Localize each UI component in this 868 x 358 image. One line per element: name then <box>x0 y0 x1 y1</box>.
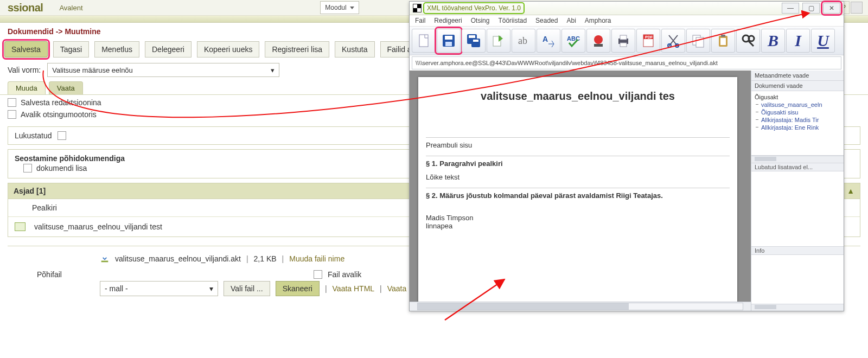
paste-icon[interactable] <box>711 29 735 53</box>
svg-rect-26 <box>720 38 726 45</box>
form-type-value: Valitsuse määruse eelnõu <box>52 66 133 74</box>
copy-new-button[interactable]: Kopeeri uueks <box>197 41 260 57</box>
save-as-redaction-label: Salvesta redaktsioonina <box>21 98 101 107</box>
doc-horizontal-scrollbar[interactable] <box>410 302 751 311</box>
form-type-select[interactable]: Valitsuse määruse eelnõu ▾ <box>47 63 279 77</box>
validate-icon[interactable] <box>586 29 610 53</box>
text-format-icon[interactable]: A <box>537 29 560 53</box>
tree-h-scroll[interactable] <box>751 156 844 163</box>
vexpro-titlebar[interactable]: XML töövahend VexPro. Ver. 1.0 — ▢ ✕ <box>410 2 844 15</box>
cut-icon[interactable] <box>661 29 685 53</box>
svg-rect-3 <box>445 36 452 40</box>
tree-node[interactable]: Õigusakti sisu <box>755 108 843 116</box>
vexpro-toolbar: ab A ABC PDF B I U <box>410 27 844 55</box>
file-public-label: Fail avalik <box>328 270 361 279</box>
public-search-label: Avalik otsingumootoris <box>21 110 97 119</box>
scan-button[interactable]: Skaneeri <box>276 281 320 296</box>
svg-rect-24 <box>696 37 704 47</box>
doc-addon-checkbox[interactable] <box>23 164 32 172</box>
copy-icon[interactable] <box>686 29 710 53</box>
rename-file-link[interactable]: Muuda faili nime <box>289 254 344 263</box>
vexpro-window: XML töövahend VexPro. Ver. 1.0 — ▢ ✕ Fai… <box>409 1 844 311</box>
svg-rect-27 <box>721 35 725 37</box>
module-select-label: Moodul <box>325 4 346 11</box>
svg-rect-6 <box>469 35 475 38</box>
main-file-name[interactable]: valitsuse_maarus_eelnou_viljandi.akt <box>115 254 241 263</box>
delegate-button[interactable]: Delegeeri <box>145 41 192 57</box>
locked-label: Lukustatud <box>15 131 52 140</box>
tab-muuda[interactable]: Muuda <box>8 81 46 94</box>
form-type-label: Vali vorm: <box>8 66 41 74</box>
back-button[interactable]: Tagasi <box>53 41 89 57</box>
side-allowed-header[interactable]: Lubatud lisatavad el... <box>751 163 844 171</box>
tree-node[interactable]: Allkirjastaja: Madis Tir <box>755 116 843 124</box>
italic-icon[interactable]: I <box>786 29 810 53</box>
vexpro-document-pane: valitsuse_maarus_eelnou_viljandi tes Pre… <box>410 71 751 311</box>
side-info-header[interactable]: Info <box>751 246 844 255</box>
module-select[interactable]: Moodul <box>320 0 359 15</box>
workflow-button[interactable]: Menetlus <box>94 41 139 57</box>
menu-fail[interactable]: Fail <box>415 17 425 24</box>
logo-fragment: ssional <box>8 2 43 14</box>
pipe-separator: | <box>282 254 284 263</box>
doc-addon-label: dokumendi lisa <box>36 164 87 172</box>
vexpro-menubar: Fail Redigeeri Otsing Tööriistad Seaded … <box>410 15 844 27</box>
doc-p2: § 2. Määrus jõustub kolmandal päeval pär… <box>426 188 730 200</box>
doc-title: valitsuse_maarus_eelnou_viljandi tes <box>426 90 730 103</box>
info-h-scroll[interactable] <box>751 304 844 311</box>
menu-amphora[interactable]: Amphora <box>585 17 611 24</box>
menu-otsing[interactable]: Otsing <box>471 17 490 24</box>
menu-tooriistad[interactable]: Tööriistad <box>498 17 527 24</box>
new-doc-icon[interactable] <box>412 29 436 53</box>
view-html-link[interactable]: Vaata HTML <box>333 284 375 293</box>
print-icon[interactable] <box>611 29 635 53</box>
menu-abi[interactable]: Abi <box>566 17 576 24</box>
document-icon <box>15 222 25 231</box>
doc-signer-role: linnapea <box>426 222 730 230</box>
export-icon[interactable] <box>487 29 510 53</box>
pipe-separator: | <box>325 284 327 293</box>
asjad-row-title: valitsuse_maarus_eelnou_viljandi test <box>34 222 162 231</box>
menu-seaded[interactable]: Seaded <box>535 17 558 24</box>
chevron-up-icon[interactable]: ▲ <box>847 187 854 195</box>
underline-icon[interactable]: U <box>811 29 835 53</box>
public-search-checkbox[interactable] <box>8 110 16 119</box>
save-icon[interactable] <box>437 29 461 53</box>
side-meta-header[interactable]: Metaandmete vaade <box>751 71 844 81</box>
side-tree[interactable]: Õigusakt valitsuse_maarus_eeln Õigusakti… <box>751 91 844 156</box>
template-select[interactable]: - mall - ▾ <box>100 281 218 296</box>
vexpro-file-path[interactable]: \\\\server.amphora.ee@SSL@443\DavWWWRoot… <box>412 56 841 69</box>
bold-icon[interactable]: B <box>761 29 785 53</box>
side-doc-header[interactable]: Dokumendi vaade <box>751 81 844 91</box>
font-icon[interactable]: ab <box>512 29 535 53</box>
maximize-button[interactable]: ▢ <box>802 3 820 14</box>
choose-file-button[interactable]: Vali fail ... <box>224 281 270 296</box>
svg-rect-8 <box>473 40 478 42</box>
save-as-icon[interactable] <box>462 29 486 53</box>
close-button[interactable]: ✕ <box>823 3 840 14</box>
find-icon[interactable] <box>736 29 760 53</box>
file-public-checkbox[interactable] <box>314 270 322 279</box>
doc-p1-head: § 1. Paragrahvi pealkiri <box>426 156 730 168</box>
printer-icon[interactable] <box>851 2 863 14</box>
asjad-header: Asjad [1] <box>14 187 46 195</box>
document-page[interactable]: valitsuse_maarus_eelnou_viljandi tes Pre… <box>418 77 737 302</box>
delete-button[interactable]: Kustuta <box>335 41 374 57</box>
svg-text:ABC: ABC <box>567 35 580 42</box>
doc-preambul: Preambuli sisu <box>426 137 730 149</box>
save-as-redaction-checkbox[interactable] <box>8 98 16 107</box>
locked-checkbox[interactable] <box>58 131 66 140</box>
svg-rect-14 <box>594 44 603 47</box>
save-button[interactable]: Salvesta <box>4 41 48 57</box>
svg-point-13 <box>594 35 603 44</box>
register-extra-button[interactable]: Registreeri lisa <box>265 41 329 57</box>
tree-node[interactable]: valitsuse_maarus_eeln <box>755 101 843 108</box>
menu-redigeeri[interactable]: Redigeeri <box>434 17 462 24</box>
tab-vaata[interactable]: Vaata <box>49 81 83 94</box>
spellcheck-icon[interactable]: ABC <box>561 29 585 53</box>
tree-node[interactable]: Allkirjastaja: Ene Rink <box>755 124 843 131</box>
tree-root[interactable]: Õigusakt <box>755 93 843 101</box>
chevron-down-icon: ▾ <box>209 284 213 293</box>
minimize-button[interactable]: — <box>782 3 799 14</box>
pdf-icon[interactable]: PDF <box>636 29 660 53</box>
